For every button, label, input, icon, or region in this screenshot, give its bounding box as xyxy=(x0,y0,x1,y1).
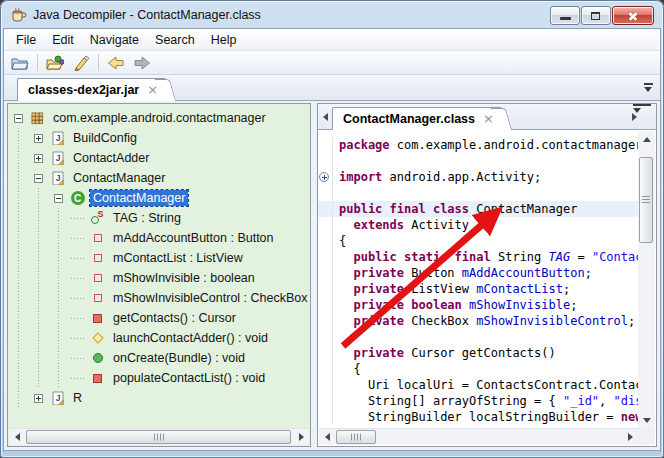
open-file-button[interactable] xyxy=(8,52,32,73)
open-type-button[interactable] xyxy=(43,52,67,73)
code-gutter xyxy=(318,169,332,185)
code-line-2 xyxy=(318,153,639,169)
code-gutter xyxy=(318,377,332,393)
toolbar xyxy=(4,51,660,75)
tab-close-icon[interactable] xyxy=(146,84,159,97)
tree-item-mshowinvisiblecontrol-checkbox[interactable]: mShowInvisibleControl : CheckBox xyxy=(9,288,309,308)
tree-item-contactmanager[interactable]: ContactManager xyxy=(9,188,309,208)
tree-item-tag-string[interactable]: TAG : String xyxy=(9,208,309,228)
code-gutter xyxy=(318,313,332,329)
fold-expand-icon[interactable] xyxy=(319,172,329,182)
menu-navigate[interactable]: Navigate xyxy=(82,31,147,49)
scroll-right-icon[interactable] xyxy=(293,429,309,445)
private-field-icon xyxy=(89,290,106,306)
tree-hscroll-thumb[interactable] xyxy=(26,430,291,444)
editor-tab-strip: ContactManager.class xyxy=(318,104,656,130)
tree-item-contactadder[interactable]: JContactAdder xyxy=(9,148,309,168)
menu-help[interactable]: Help xyxy=(203,31,245,49)
code-vscroll-thumb[interactable] xyxy=(639,157,653,243)
tree-item-mcontactlist-listview[interactable]: mContactList : ListView xyxy=(9,248,309,268)
code-gutter xyxy=(318,409,332,425)
code-line-11: private boolean mShowInvisible; xyxy=(318,297,639,313)
minimize-button[interactable] xyxy=(550,6,580,25)
tree-item-label: launchContactAdder() : void xyxy=(110,330,271,346)
package-icon xyxy=(29,110,46,126)
close-button[interactable] xyxy=(612,6,654,25)
code-gutter xyxy=(318,329,332,345)
expand-icon[interactable] xyxy=(34,154,43,163)
scroll-right-icon[interactable] xyxy=(622,429,638,445)
code-line-14: private Cursor getContacts() xyxy=(318,345,639,361)
tree-item-maddaccountbutton-button[interactable]: mAddAccountButton : Button xyxy=(9,228,309,248)
private-method-icon xyxy=(89,310,106,326)
tree-item-buildconfig[interactable]: JBuildConfig xyxy=(9,128,309,148)
java-file-icon: J xyxy=(49,390,66,406)
tabs-scroll-right-button[interactable] xyxy=(632,113,637,121)
code-hscrollbar[interactable] xyxy=(319,428,638,445)
menu-file[interactable]: File xyxy=(8,31,44,49)
code-area[interactable]: package com.example.android.contactmanag… xyxy=(318,130,656,446)
tree-item-com-example-android-contactmanager[interactable]: com.example.android.contactmanager xyxy=(9,108,309,128)
private-field-icon xyxy=(89,250,106,266)
tree-item-populatecontactlist-void[interactable]: populateContactList() : void xyxy=(9,368,309,388)
code-gutter xyxy=(318,249,332,265)
collapse-icon[interactable] xyxy=(54,194,63,203)
tab-contactmanager-class[interactable]: ContactManager.class xyxy=(332,107,501,130)
tree-item-label: R xyxy=(70,390,85,406)
tree-item-getcontacts-cursor[interactable]: getContacts() : Cursor xyxy=(9,308,309,328)
code-gutter xyxy=(318,297,332,313)
editor-tab-list-icon[interactable] xyxy=(641,112,652,122)
tree-hscrollbar[interactable] xyxy=(9,428,309,445)
open-type-icon xyxy=(46,55,64,71)
svg-text:J: J xyxy=(55,133,60,143)
menu-search[interactable]: Search xyxy=(147,31,203,49)
java-file-icon: J xyxy=(49,150,66,166)
code-gutter xyxy=(318,153,332,169)
forward-button[interactable] xyxy=(130,52,154,73)
tab-list-icon[interactable] xyxy=(643,83,654,93)
expand-icon[interactable] xyxy=(34,394,43,403)
code-line-17: String[] arrayOfString = { "_id", "disp xyxy=(318,393,639,409)
scroll-left-icon[interactable] xyxy=(9,429,25,445)
app-window: Java Decompiler - ContactManager.class F… xyxy=(0,0,664,458)
code-line-10: private ListView mContactList; xyxy=(318,281,639,297)
java-file-icon: J xyxy=(49,130,66,146)
tree-item-label: mAddAccountButton : Button xyxy=(110,230,277,246)
code-gutter xyxy=(318,217,332,233)
default-method-icon xyxy=(89,330,106,346)
tab-classes-dex2jar[interactable]: classes-dex2jar.jar xyxy=(17,78,165,101)
editor-tab-close-icon[interactable] xyxy=(482,113,495,126)
menu-edit[interactable]: Edit xyxy=(44,31,82,49)
private-field-icon xyxy=(89,270,106,286)
tree-item-label: TAG : String xyxy=(110,210,184,226)
tabs-scroll-left-button[interactable] xyxy=(318,104,332,129)
scroll-up-icon[interactable] xyxy=(638,131,655,147)
code-hscroll-thumb[interactable] xyxy=(336,430,376,444)
open-folder-icon xyxy=(11,55,29,71)
tree-item-label: com.example.android.contactmanager xyxy=(50,110,269,126)
scroll-down-icon[interactable] xyxy=(638,412,655,428)
tree-item-r[interactable]: JR xyxy=(9,388,309,408)
tree-item-mshowinvisible-boolean[interactable]: mShowInvisible : boolean xyxy=(9,268,309,288)
tree-item-oncreate-bundle-void[interactable]: onCreate(Bundle) : void xyxy=(9,348,309,368)
code-vscrollbar[interactable] xyxy=(638,131,655,428)
toolbar-separator xyxy=(37,54,38,71)
code-line-8: public static final String TAG = "Contac… xyxy=(318,249,639,265)
content-area: com.example.android.contactmanagerJBuild… xyxy=(4,101,660,450)
tree-item-label: ContactManager xyxy=(90,190,188,206)
title-bar[interactable]: Java Decompiler - ContactManager.class xyxy=(2,1,662,29)
maximize-button[interactable] xyxy=(581,6,611,25)
collapse-icon[interactable] xyxy=(34,174,43,183)
tree-item-contactmanager[interactable]: JContactManager xyxy=(9,168,309,188)
close-icon xyxy=(627,10,639,22)
expand-icon[interactable] xyxy=(34,134,43,143)
tree-item-launchcontactadder-void[interactable]: launchContactAdder() : void xyxy=(9,328,309,348)
code-line-4 xyxy=(318,185,639,201)
back-button[interactable] xyxy=(104,52,128,73)
collapse-icon[interactable] xyxy=(14,114,23,123)
code-line-18: StringBuilder localStringBuilder = new xyxy=(318,409,639,425)
scroll-left-icon[interactable] xyxy=(319,429,335,445)
search-button[interactable] xyxy=(69,52,93,73)
window-title: Java Decompiler - ContactManager.class xyxy=(33,8,261,22)
code-line-6: extends Activity xyxy=(318,217,639,233)
